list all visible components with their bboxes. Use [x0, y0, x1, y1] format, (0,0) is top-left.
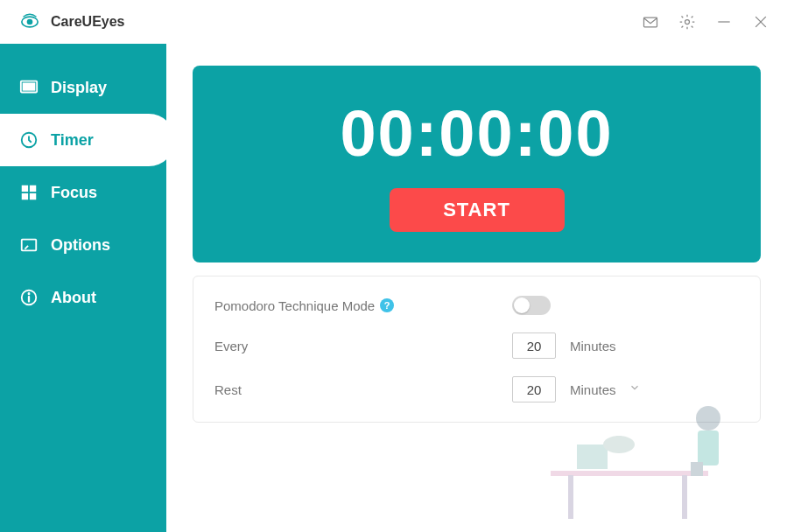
minimize-icon[interactable] [715, 13, 733, 31]
timer-card: 00:00:00 START [193, 66, 761, 262]
svg-rect-8 [24, 83, 35, 89]
svg-rect-12 [22, 193, 28, 200]
sidebar-item-label: Focus [51, 184, 97, 202]
sidebar-item-label: Options [51, 236, 110, 255]
sidebar-item-about[interactable]: About [0, 271, 166, 324]
every-label: Every [214, 339, 512, 354]
timer-icon [19, 130, 39, 150]
svg-rect-18 [551, 471, 708, 476]
svg-rect-23 [698, 430, 719, 466]
pomodoro-label: Pomodoro Technique Mode ? [214, 298, 512, 313]
every-row: Every Minutes [214, 332, 739, 359]
content-area: 00:00:00 START Pomodoro Technique Mode ?… [166, 44, 787, 532]
svg-rect-24 [691, 462, 703, 476]
display-icon [19, 78, 39, 97]
rest-unit-select[interactable]: Minutes [556, 382, 641, 397]
svg-rect-13 [30, 193, 36, 200]
svg-point-25 [603, 436, 635, 453]
pomodoro-row: Pomodoro Technique Mode ? [214, 296, 739, 315]
every-unit: Minutes [570, 339, 616, 354]
sidebar: Display Timer Focus [0, 44, 166, 532]
close-icon[interactable] [752, 13, 769, 31]
svg-rect-11 [30, 186, 36, 192]
every-input[interactable] [512, 332, 556, 359]
timer-display: 00:00:00 [340, 96, 613, 171]
svg-rect-19 [568, 475, 573, 519]
rest-unit-label: Minutes [570, 382, 616, 397]
sidebar-item-focus[interactable]: Focus [0, 166, 166, 219]
svg-rect-21 [577, 444, 608, 469]
focus-icon [19, 183, 39, 202]
svg-rect-26 [616, 436, 622, 446]
sidebar-item-label: Display [51, 79, 107, 97]
svg-rect-14 [22, 240, 37, 251]
svg-point-3 [685, 20, 690, 24]
chevron-down-icon [629, 382, 641, 397]
pomodoro-label-text: Pomodoro Technique Mode [214, 298, 375, 313]
titlebar-controls [642, 13, 769, 31]
options-icon [19, 235, 39, 255]
svg-point-1 [27, 19, 33, 25]
svg-rect-2 [644, 18, 657, 27]
titlebar-left: CareUEyes [18, 10, 125, 34]
sidebar-item-display[interactable]: Display [0, 61, 166, 114]
titlebar: CareUEyes [0, 0, 787, 44]
toggle-knob [514, 298, 530, 313]
about-icon [19, 288, 39, 307]
gear-icon[interactable] [678, 13, 696, 31]
svg-rect-20 [682, 475, 687, 519]
sidebar-item-timer[interactable]: Timer [0, 114, 175, 166]
app-title: CareUEyes [51, 14, 125, 30]
pomodoro-toggle[interactable] [512, 296, 551, 315]
app-logo-icon [18, 10, 42, 34]
svg-rect-10 [22, 186, 28, 192]
sidebar-item-label: Timer [51, 131, 94, 150]
start-button[interactable]: START [390, 188, 565, 232]
rest-row: Rest Minutes [214, 376, 739, 402]
sidebar-item-label: About [51, 289, 96, 307]
rest-input[interactable] [512, 376, 556, 402]
sidebar-item-options[interactable]: Options [0, 219, 166, 271]
settings-card: Pomodoro Technique Mode ? Every Minutes … [193, 276, 761, 423]
help-icon[interactable]: ? [380, 298, 394, 312]
mail-icon[interactable] [642, 13, 659, 31]
main-container: Display Timer Focus [0, 44, 787, 532]
rest-label: Rest [214, 382, 512, 397]
